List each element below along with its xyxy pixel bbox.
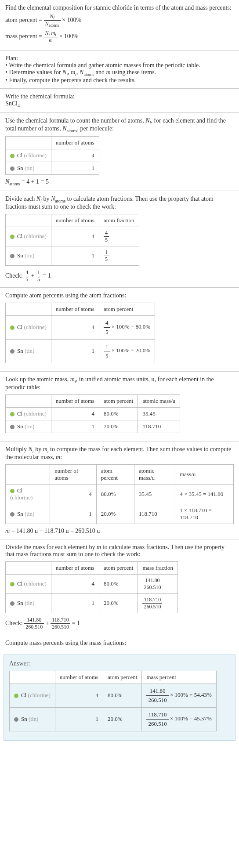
table-row: Cl (chlorine)445 × 100% = 80.0% bbox=[6, 315, 155, 339]
table-row: Sn (tin)1 bbox=[6, 162, 99, 175]
count-total: Natoms = 4 + 1 = 5 bbox=[5, 178, 234, 186]
element-dot-icon bbox=[10, 235, 14, 239]
answer-label: Answer: bbox=[9, 660, 230, 667]
plan-bullet: • Write the chemical formula and gather … bbox=[5, 62, 234, 69]
intro-section: Find the elemental composition for stann… bbox=[0, 0, 239, 51]
element-dot-icon bbox=[10, 154, 14, 158]
mass-fraction-section: Divide the mass for each element by m to… bbox=[0, 539, 239, 635]
table-row: Sn (tin)120.0%118.7101 × 118.710 = 118.7… bbox=[6, 504, 234, 524]
table-row: Cl (chlorine)480.0%141.80260.510 bbox=[6, 574, 178, 593]
atompct-table: number of atomsatom percent Cl (chlorine… bbox=[5, 303, 155, 363]
element-dot-icon bbox=[10, 489, 14, 493]
masspct-title: Compute mass percents using the mass fra… bbox=[5, 640, 234, 647]
element-dot-icon bbox=[10, 601, 14, 606]
element-dot-icon bbox=[10, 254, 14, 258]
plan-title: Plan: bbox=[5, 55, 234, 62]
atompct-title: Compute atom percents using the atom fra… bbox=[5, 292, 234, 299]
multiply-section: Multiply Ni by mi to compute the mass fo… bbox=[0, 441, 239, 539]
atomfrac-check: Check: 45 + 15 = 1 bbox=[5, 269, 234, 283]
atom-fraction-section: Divide each Ni by Natoms to calculate at… bbox=[0, 191, 239, 288]
count-section: Use the chemical formula to count the nu… bbox=[0, 113, 239, 191]
table-row: Cl (chlorine)445 bbox=[6, 227, 139, 246]
element-dot-icon bbox=[14, 694, 18, 698]
table-row: Cl (chlorine)480.0%35.454 × 35.45 = 141.… bbox=[6, 484, 234, 504]
chemical-formula: SnCl4 bbox=[5, 100, 234, 108]
lookup-title: Look up the atomic mass, mi, in unified … bbox=[5, 376, 234, 391]
lookup-section: Look up the atomic mass, mi, in unified … bbox=[0, 372, 239, 441]
table-row: Cl (chlorine)480.0%141.80260.510 × 100% … bbox=[10, 684, 217, 707]
mass-percent-formula: mass percent = Ni mim × 100% bbox=[5, 30, 234, 44]
table-row: Cl (chlorine)480.0%35.45 bbox=[6, 407, 180, 420]
element-dot-icon bbox=[14, 717, 18, 722]
massfrac-check: Check: 141.80260.510 + 118.710260.510 = … bbox=[5, 617, 234, 630]
plan-bullet: • Determine values for Ni, mi, Natoms an… bbox=[5, 69, 234, 77]
lookup-table: number of atomsatom percentatomic mass/u… bbox=[5, 394, 180, 433]
table-row: Sn (tin)120.0%118.710260.510 × 100% = 45… bbox=[10, 707, 217, 731]
formula-title: Write the chemical formula: bbox=[5, 93, 234, 100]
table-row: Sn (tin)120.0%118.710 bbox=[6, 420, 180, 433]
massfrac-title: Divide the mass for each element by m to… bbox=[5, 544, 234, 558]
element-dot-icon bbox=[10, 512, 14, 517]
atomfrac-title: Divide each Ni by Natoms to calculate at… bbox=[5, 195, 234, 210]
element-dot-icon bbox=[10, 326, 14, 330]
atom-percent-formula: atom percent = NiNatoms × 100% bbox=[5, 13, 234, 28]
answer-box: Answer: number of atomsatom percentmass … bbox=[4, 655, 235, 741]
plan-section: Plan: • Write the chemical formula and g… bbox=[0, 51, 239, 89]
atom-percent-section: Compute atom percents using the atom fra… bbox=[0, 288, 239, 372]
massfrac-table: number of atomsatom percentmass fraction… bbox=[5, 561, 178, 613]
count-title: Use the chemical formula to count the nu… bbox=[5, 117, 234, 133]
plan-bullet: • Finally, compute the percents and chec… bbox=[5, 77, 234, 84]
table-row: Sn (tin)115 bbox=[6, 246, 139, 265]
atomfrac-table: number of atomsatom fraction Cl (chlorin… bbox=[5, 214, 139, 266]
table-row: Cl (chlorine)4 bbox=[6, 149, 99, 162]
element-dot-icon bbox=[10, 349, 14, 354]
element-dot-icon bbox=[10, 582, 14, 586]
answer-table: number of atomsatom percentmass percent … bbox=[9, 671, 217, 731]
table-row: Sn (tin)115 × 100% = 20.0% bbox=[6, 339, 155, 363]
table-row: Sn (tin)120.0%118.710260.510 bbox=[6, 593, 178, 613]
multiply-total: m = 141.80 u + 118.710 u = 260.510 u bbox=[5, 528, 234, 535]
multiply-title: Multiply Ni by mi to compute the mass fo… bbox=[5, 446, 234, 461]
element-dot-icon bbox=[10, 425, 14, 429]
intro-title: Find the elemental composition for stann… bbox=[5, 4, 234, 11]
count-table: number of atoms Cl (chlorine)4 Sn (tin)1 bbox=[5, 136, 99, 175]
element-dot-icon bbox=[10, 412, 14, 416]
formula-section: Write the chemical formula: SnCl4 bbox=[0, 89, 239, 113]
element-dot-icon bbox=[10, 166, 14, 171]
mass-percent-section: Compute mass percents using the mass fra… bbox=[0, 635, 239, 651]
multiply-table: number of atomsatom percentatomic mass/u… bbox=[5, 464, 234, 524]
